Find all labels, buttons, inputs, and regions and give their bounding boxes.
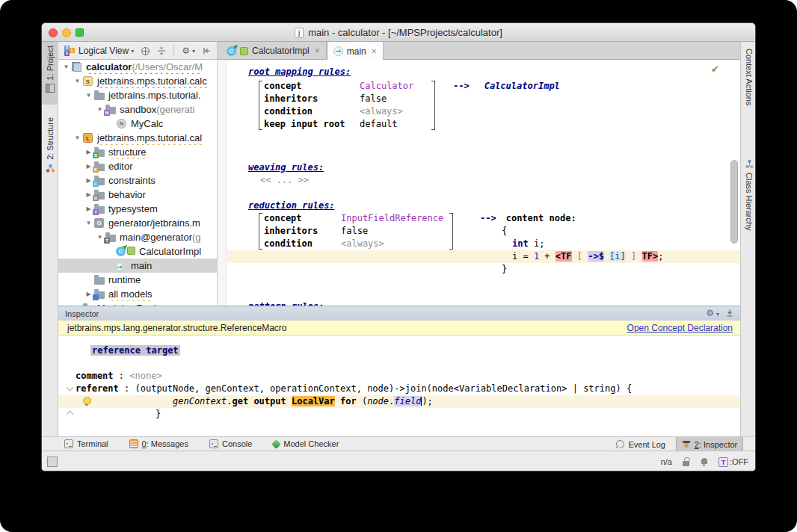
tree-item-all-models[interactable]: ▶ all models: [58, 287, 217, 301]
reduction-rule-content[interactable]: -->content node: { int i; i = 1 + <TF [ …: [480, 212, 663, 276]
chevron-down-icon[interactable]: ▼: [61, 64, 71, 70]
tree-item-sandbox[interactable]: ▼ M sandbox (generati: [58, 102, 217, 117]
editor-scrollbar[interactable]: [730, 160, 738, 244]
inspector-body[interactable]: reference target comment : <none> refere…: [58, 335, 740, 436]
chevron-down-icon[interactable]: ▼: [73, 78, 82, 84]
field-reference[interactable]: field: [394, 396, 421, 406]
tool-window-bar: ›_Terminal 0: Messages ›_Console Model C…: [42, 436, 755, 451]
rule-value[interactable]: default: [360, 118, 398, 131]
fold-marker-up-icon[interactable]: [67, 411, 74, 418]
tree-item-typesystem[interactable]: ▶ T typesystem: [58, 202, 217, 216]
tree-item-mycalc[interactable]: N MyCalc: [58, 117, 217, 131]
window-title: main - calculator - [~/MPSProjects/calcu…: [308, 27, 502, 38]
rule-target[interactable]: CalculatorImpl: [484, 80, 560, 131]
template-fragment-open[interactable]: <TF: [556, 251, 572, 262]
tree-item-generator[interactable]: ▼ G generator/jetbrains.m: [58, 216, 217, 230]
tool-tab-event-log[interactable]: Event Log: [616, 437, 665, 451]
tree-item-editor[interactable]: ▶ E editor: [58, 159, 217, 173]
tool-tab-model-checker[interactable]: Model Checker: [273, 439, 339, 448]
editor-content[interactable]: root mapping rules: conceptCalculator in…: [227, 60, 740, 306]
section-weaving-rules[interactable]: weaving rules:: [248, 161, 324, 174]
maps-to-arrow: -->: [453, 80, 470, 131]
locate-button[interactable]: [141, 47, 150, 55]
tree-item-label: sandbox: [120, 104, 156, 115]
inspector-header[interactable]: Inspector ⚙▾: [58, 306, 740, 321]
tool-tab-label: 2: Structure: [46, 117, 55, 160]
rule-value[interactable]: Calculator: [360, 80, 413, 93]
referent-body-line[interactable]: genContext.get output LocalVar for (node…: [76, 395, 737, 408]
reference-target-label[interactable]: reference target: [90, 345, 180, 356]
tree-item-calculator[interactable]: ▼ calculator (/Users/Oscar/M: [58, 60, 217, 74]
rule-value[interactable]: InputFieldReference: [341, 212, 443, 225]
tab-calculatorimpl[interactable]: C CalculatorImpl ×: [221, 42, 327, 60]
hide-panel-button[interactable]: [203, 46, 212, 55]
open-concept-declaration-link[interactable]: Open Concept Declaration: [627, 323, 733, 333]
settings-button[interactable]: ⚙▾: [182, 46, 195, 56]
tool-tab-context-actions[interactable]: Context Actions: [741, 45, 756, 116]
close-icon[interactable]: ×: [315, 46, 320, 56]
close-icon[interactable]: ×: [372, 46, 377, 57]
comment-value[interactable]: <none>: [129, 371, 161, 381]
typesystem-badge: T: [718, 457, 728, 467]
tree-item-model-folder[interactable]: ▼ jetbrains.mps.tutorial.: [58, 88, 217, 102]
tool-tab-messages[interactable]: 0: Messages: [129, 439, 188, 448]
chevron-down-icon[interactable]: ▼: [84, 220, 93, 226]
tree-item-structure[interactable]: ▶ S structure: [58, 145, 217, 159]
tree-item-label: all models: [108, 288, 153, 300]
tool-tab-structure[interactable]: 2: Structure: [42, 114, 58, 188]
chevron-down-icon[interactable]: ▼: [84, 92, 93, 99]
tree-item-main-selected[interactable]: → main: [58, 259, 217, 273]
section-pattern-rules[interactable]: pattern rules:: [248, 300, 324, 306]
template-fragment-close[interactable]: TF>: [642, 251, 659, 262]
template-folder-icon: T: [105, 232, 117, 244]
tool-tab-project[interactable]: 1: Project: [42, 42, 58, 105]
typesystem-toggle[interactable]: T:OFF: [718, 457, 748, 467]
root-mapping-rule[interactable]: conceptCalculator inheritorsfalse condit…: [259, 80, 560, 131]
section-root-mapping-rules[interactable]: root mapping rules:: [248, 66, 351, 78]
reference-macro[interactable]: ->$: [588, 251, 604, 262]
chevron-down-icon[interactable]: ▾: [131, 48, 134, 55]
tool-tab-class-hierarchy[interactable]: Class Hierarchy: [741, 155, 756, 245]
rule-value[interactable]: <always>: [360, 105, 403, 118]
rule-value[interactable]: false: [341, 225, 368, 238]
hide-inspector-icon[interactable]: [725, 309, 734, 318]
rule-value[interactable]: false: [360, 93, 387, 105]
intention-bulb-icon[interactable]: [82, 397, 90, 406]
tree-item-language-module[interactable]: ▼ L jetbrains.mps.tutorial.cal: [58, 131, 217, 145]
toolbar-toggle-button[interactable]: [47, 457, 58, 467]
closing-brace: }: [156, 409, 161, 419]
chevron-down-icon[interactable]: ▼: [73, 134, 82, 141]
tree-item-runtime[interactable]: runtime: [58, 273, 217, 287]
collapse-all-button[interactable]: [157, 46, 166, 55]
tree-item-label: main@generator: [120, 232, 192, 243]
tree-item-main-generator[interactable]: ▼ T main@generator (g: [58, 230, 217, 244]
view-selector[interactable]: Logical View: [79, 46, 129, 56]
editor-pane[interactable]: root mapping rules: conceptCalculator in…: [218, 60, 740, 306]
notification-bell-icon[interactable]: [701, 457, 708, 466]
bracket-right: [431, 81, 435, 130]
localvar-label[interactable]: LocalVar: [292, 396, 335, 406]
tree-item-behavior[interactable]: ▶ B behavior: [58, 188, 217, 202]
unlock-icon[interactable]: [683, 457, 690, 466]
title-bar[interactable]: j main - calculator - [~/MPSProjects/cal…: [42, 23, 755, 42]
tree-item-constraints[interactable]: ▶ C constraints: [58, 173, 217, 188]
referent-signature[interactable]: (outputNode, genContext, operationContex…: [135, 383, 632, 394]
reduction-rule[interactable]: conceptInputFieldReference inheritorsfal…: [259, 212, 453, 250]
weaving-placeholder[interactable]: << ... >>: [260, 174, 309, 187]
macro-expression-line[interactable]: i = 1 + <TF [ ->$ [i] ] TF>;: [512, 250, 663, 263]
tool-tab-console[interactable]: ›_Console: [209, 439, 252, 448]
tree-item-label: CalculatorImpl: [139, 246, 201, 257]
tree-item-solution-module[interactable]: ▼ S jetbrains.mps.tutorial.calc: [58, 74, 217, 88]
tool-tab-inspector[interactable]: 2: Inspector: [676, 437, 743, 451]
model-checker-icon: [271, 439, 281, 449]
fold-marker-down-icon[interactable]: [67, 384, 74, 392]
tab-main[interactable]: → main ×: [327, 42, 384, 61]
tree-item-calculatorimpl[interactable]: C CalculatorImpl: [58, 244, 217, 259]
rule-value[interactable]: <always>: [341, 238, 384, 250]
position-indicator: n/a: [661, 457, 672, 466]
bracket-left: [259, 213, 262, 250]
tool-tab-terminal[interactable]: ›_Terminal: [64, 439, 108, 448]
inspector-settings-button[interactable]: ⚙▾: [706, 308, 719, 318]
tree-item-label: generator/jetbrains.m: [108, 217, 200, 229]
section-reduction-rules[interactable]: reduction rules:: [248, 200, 335, 212]
